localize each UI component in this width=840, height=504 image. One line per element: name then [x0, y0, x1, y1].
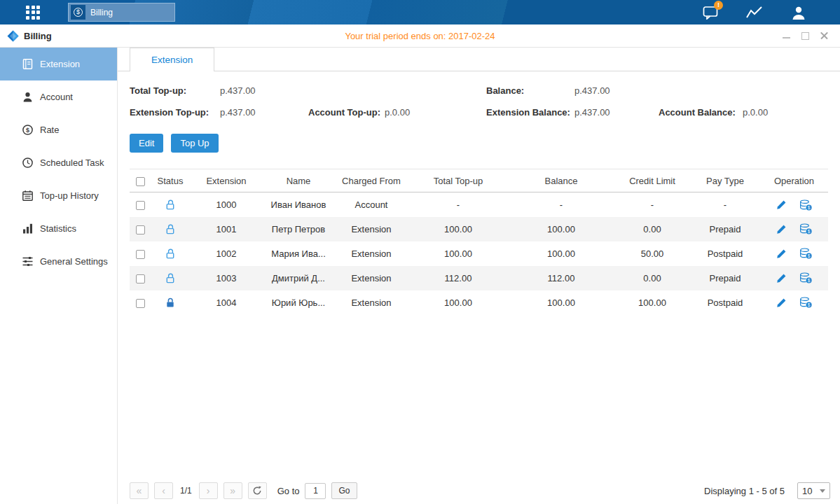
name-cell: Петр Петров: [263, 217, 334, 241]
edit-pencil-icon[interactable]: [776, 298, 787, 308]
table-row: 1002 Мария Ива... Extension 100.00 100.0…: [130, 241, 828, 266]
sidebar-item-rate[interactable]: $ Rate: [0, 113, 117, 146]
svg-text:$: $: [808, 253, 811, 258]
apps-grid-icon[interactable]: [26, 6, 40, 20]
page-size-select[interactable]: 10: [797, 482, 830, 499]
billing-summary: Total Top-up: p.437.00 Balance: p.437.00…: [118, 71, 840, 119]
charged-from-cell: Extension: [334, 241, 408, 266]
page-indicator: 1/1: [180, 486, 192, 496]
account-balance-label: Account Balance:: [659, 107, 743, 118]
name-cell: Дмитрий Д...: [263, 266, 334, 290]
trial-notice: Your trial period ends on: 2017-02-24: [0, 31, 840, 41]
top-up-button[interactable]: Top Up: [171, 134, 218, 153]
goto-page-input[interactable]: [305, 483, 326, 499]
resource-monitor-icon[interactable]: [745, 4, 764, 22]
select-all-checkbox[interactable]: [136, 177, 145, 186]
charged-from-cell: Account: [334, 192, 408, 217]
row-checkbox[interactable]: [136, 225, 145, 234]
row-checkbox[interactable]: [136, 250, 145, 259]
sidebar-item-label: Scheduled Task: [40, 158, 104, 168]
sidebar-item-statistics[interactable]: Statistics: [0, 212, 117, 245]
action-buttons: Edit Top Up: [130, 134, 840, 153]
main-content: Extension Total Top-up: p.437.00 Balance…: [118, 48, 840, 504]
user-account-icon[interactable]: [790, 4, 808, 22]
row-checkbox[interactable]: [136, 299, 145, 308]
topbar-right-icons: !: [701, 4, 808, 22]
pay-type-cell: Postpaid: [690, 290, 760, 315]
credit-limit-cell: 100.00: [614, 290, 690, 315]
balance-cell: 112.00: [508, 266, 614, 290]
line-chart-icon: [746, 6, 763, 19]
row-checkbox[interactable]: [136, 201, 145, 210]
sidebar-item-account[interactable]: Account: [0, 80, 117, 113]
messages-icon[interactable]: !: [701, 4, 719, 22]
refresh-icon: [252, 486, 262, 496]
taskbar-billing-tab[interactable]: $ Billing: [68, 3, 175, 22]
extension-balance-value: p.437.00: [574, 107, 610, 118]
extension-table: Status Extension Name Charged From Total…: [130, 169, 828, 315]
extension-topup-label: Extension Top-up:: [130, 107, 220, 118]
table-row: 1000 Иван Иванов Account - - - -: [130, 192, 828, 217]
extension-table-wrap: Status Extension Name Charged From Total…: [130, 169, 828, 315]
first-page-button[interactable]: «: [130, 482, 149, 499]
credit-limit-cell: 0.00: [614, 266, 690, 290]
credit-limit-cell: -: [614, 192, 690, 217]
table-header-row: Status Extension Name Charged From Total…: [130, 169, 828, 192]
sidebar-item-scheduled-task[interactable]: Scheduled Task: [0, 146, 117, 179]
sidebar-item-top-up-history[interactable]: Top-up History: [0, 179, 117, 212]
extension-cell: 1000: [190, 192, 263, 217]
sidebar-item-general-settings[interactable]: General Settings: [0, 245, 117, 278]
total-topup-label: Total Top-up:: [130, 85, 220, 96]
credit-limit-cell: 50.00: [614, 241, 690, 266]
pay-type-cell: Prepaid: [690, 266, 760, 290]
column-header-status: Status: [151, 169, 190, 192]
balance-cell: -: [508, 192, 614, 217]
caret-down-icon: [820, 489, 825, 493]
taskbar-billing-label: Billing: [90, 8, 113, 18]
row-checkbox[interactable]: [136, 274, 145, 284]
top-up-icon[interactable]: $: [799, 248, 812, 259]
column-header-total-topup: Total Top-up: [408, 169, 508, 192]
edit-button[interactable]: Edit: [130, 134, 163, 153]
tab-bar: Extension: [118, 48, 840, 71]
sidebar-item-label: General Settings: [40, 256, 108, 267]
column-header-operation: Operation: [760, 169, 828, 192]
minimize-icon[interactable]: [782, 31, 791, 41]
close-icon[interactable]: [820, 31, 829, 41]
next-page-button[interactable]: ›: [199, 482, 218, 499]
pay-type-cell: Prepaid: [690, 217, 760, 241]
status-unlocked-icon: [165, 200, 175, 210]
page-size-value: 10: [802, 486, 812, 496]
top-up-icon[interactable]: $: [799, 272, 812, 284]
go-button[interactable]: Go: [331, 482, 357, 499]
extension-topup-value: p.437.00: [220, 107, 256, 118]
refresh-button[interactable]: [248, 482, 267, 499]
edit-pencil-icon[interactable]: [776, 248, 787, 259]
goto-label: Go to: [277, 486, 300, 496]
sidebar-item-extension[interactable]: Extension: [0, 48, 117, 80]
status-unlocked-icon: [165, 273, 175, 284]
total-topup-cell: 112.00: [408, 266, 508, 290]
column-header-charged-from: Charged From: [334, 169, 408, 192]
edit-pencil-icon[interactable]: [776, 224, 787, 234]
extension-balance-label: Extension Balance:: [486, 107, 574, 118]
edit-pencil-icon[interactable]: [776, 200, 787, 210]
balance-label: Balance:: [486, 85, 574, 96]
top-up-icon[interactable]: $: [799, 223, 812, 234]
sidebar-item-label: Statistics: [40, 223, 76, 234]
edit-pencil-icon[interactable]: [776, 273, 787, 284]
tab-extension[interactable]: Extension: [130, 48, 214, 71]
notification-badge: !: [714, 1, 723, 10]
column-header-credit-limit: Credit Limit: [614, 169, 690, 192]
column-header-extension: Extension: [190, 169, 263, 192]
top-up-icon[interactable]: $: [799, 297, 812, 308]
prev-page-button[interactable]: ‹: [154, 482, 173, 499]
column-header-balance: Balance: [508, 169, 614, 192]
table-row: 1004 Юрий Юрь... Extension 100.00 100.00…: [130, 290, 828, 315]
bar-chart-icon: [22, 223, 34, 234]
column-header-pay-type: Pay Type: [690, 169, 760, 192]
maximize-icon[interactable]: [801, 31, 810, 41]
top-up-icon[interactable]: $: [799, 200, 812, 211]
last-page-button[interactable]: »: [223, 482, 242, 499]
total-topup-cell: 100.00: [408, 241, 508, 266]
